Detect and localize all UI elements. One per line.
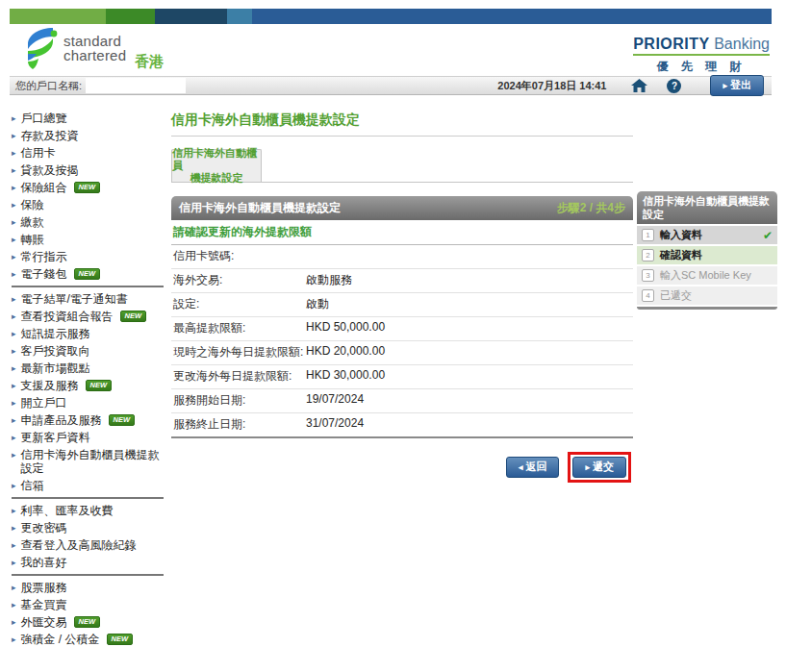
priority-banking-chinese: 優 先 理 財	[633, 59, 770, 75]
sidebar-item-update-info[interactable]: ▸更新客戶資料	[12, 429, 164, 446]
sidebar-item-label: 信用卡海外自動櫃員機提款設定	[21, 448, 164, 475]
back-button[interactable]: ◂返回	[506, 457, 560, 478]
sidebar-item-account-overview[interactable]: ▸戶口總覽	[12, 110, 164, 127]
sidebar-item-change-password[interactable]: ▸更改密碼	[12, 519, 164, 536]
arrow-right-icon: ▸	[723, 81, 727, 90]
step-number: 3	[642, 269, 654, 282]
sidebar-item-label: 貸款及按揭	[21, 163, 79, 177]
sidebar-item-insurance[interactable]: ▸保險	[12, 196, 164, 213]
steps-panel: 信用卡海外自動櫃員機提款設定 1 輸入資料 ✔ 2 確認資料 3 輸入SC Mo…	[637, 191, 777, 310]
account-name-input[interactable]	[86, 78, 186, 93]
bullet-icon: ▸	[12, 615, 16, 629]
row-value: 啟動	[306, 296, 329, 312]
step-label: 已遞交	[660, 288, 692, 303]
sidebar-item-funds[interactable]: ▸基金買賣	[12, 596, 164, 613]
sidebar-item-investment-profile[interactable]: ▸客戶投資取向	[12, 342, 164, 360]
row-value: HKD 30,000.00	[306, 368, 385, 385]
sidebar-item-credit-card[interactable]: ▸信用卡	[12, 144, 164, 162]
step-1-enter-details: 1 輸入資料 ✔	[637, 226, 777, 244]
sidebar-item-deposits-investments[interactable]: ▸存款及投資	[12, 127, 164, 144]
row-label: 現時之海外每日提款限額:	[173, 344, 306, 361]
sidebar-item-market-views[interactable]: ▸最新市場觀點	[12, 360, 164, 377]
row-label: 服務開始日期:	[173, 392, 306, 409]
tab-label-line2: 機提款設定	[190, 172, 243, 185]
sidebar-item-label: 開立戶口	[21, 396, 67, 410]
sidebar-item-portfolio-report[interactable]: ▸查看投資組合報告NEW	[12, 308, 164, 325]
band-segment	[227, 9, 252, 24]
bullet-icon: ▸	[12, 581, 16, 594]
step-number: 4	[642, 289, 654, 302]
sidebar-item-open-account[interactable]: ▸開立戶口	[12, 394, 164, 411]
sidebar-item-estatements[interactable]: ▸電子結單/電子通知書	[12, 290, 164, 308]
detail-row-overseas-transaction: 海外交易:啟動服務	[171, 269, 633, 293]
bullet-icon: ▸	[12, 112, 16, 125]
sidebar-item-fx-trading[interactable]: ▸外匯交易NEW	[12, 613, 164, 631]
logout-label: 登出	[730, 79, 751, 90]
bullet-icon: ▸	[12, 396, 16, 410]
sidebar-item-label: 申請產品及服務	[21, 413, 102, 427]
sidebar-item-standing-instructions[interactable]: ▸常行指示	[12, 248, 164, 265]
bullet-icon: ▸	[12, 538, 16, 552]
step-number: 2	[642, 249, 654, 261]
bullet-icon: ▸	[12, 379, 16, 392]
sidebar-item-securities[interactable]: ▸股票服務	[12, 579, 164, 596]
step-label: 確認資料	[660, 248, 702, 262]
sidebar-item-my-preferences[interactable]: ▸我的喜好	[12, 554, 164, 571]
sidebar-item-label: 繳款	[21, 215, 44, 229]
bullet-icon: ▸	[12, 310, 16, 323]
new-badge: NEW	[74, 616, 101, 628]
sidebar-item-rates-charges[interactable]: ▸利率、匯率及收費	[12, 502, 164, 519]
sidebar-item-mpf[interactable]: ▸強積金 / 公積金NEW	[12, 631, 164, 648]
bullet-icon: ▸	[12, 448, 16, 461]
sidebar-item-login-records[interactable]: ▸查看登入及高風險紀錄	[12, 536, 164, 554]
bullet-icon: ▸	[12, 633, 16, 646]
bullet-icon: ▸	[12, 431, 16, 444]
bullet-icon: ▸	[12, 504, 16, 517]
sidebar-item-transfers[interactable]: ▸轉賬	[12, 231, 164, 248]
steps-panel-title: 信用卡海外自動櫃員機提款設定	[637, 191, 777, 224]
sidebar-item-support-services[interactable]: ▸支援及服務NEW	[12, 377, 164, 394]
banking-text: Banking	[710, 36, 770, 52]
sidebar-item-insurance-portfolio[interactable]: ▸保險組合NEW	[12, 179, 164, 196]
sidebar-item-sms-alert[interactable]: ▸短訊提示服務	[12, 325, 164, 342]
panel-header: 信用卡海外自動櫃員機提款設定 步驟2 / 共4步	[171, 196, 633, 220]
sidebar-item-payments[interactable]: ▸繳款	[12, 213, 164, 231]
logout-button[interactable]: ▸登出	[710, 75, 764, 96]
rows-end-divider	[171, 436, 633, 438]
submit-button[interactable]: ▸遞交	[572, 457, 626, 478]
row-label: 服務終止日期:	[173, 416, 306, 433]
account-name-label: 您的戶口名稱:	[15, 79, 82, 93]
step-label: 輸入資料	[660, 228, 702, 242]
action-buttons: ◂返回 ▸遞交	[171, 452, 633, 483]
home-icon[interactable]	[631, 79, 647, 92]
help-icon[interactable]: ?	[667, 79, 681, 93]
sidebar-item-label: 常行指示	[21, 250, 67, 263]
step-label: 輸入SC Mobile Key	[660, 268, 751, 283]
page-title: 信用卡海外自動櫃員機提款設定	[171, 112, 633, 137]
tab-overseas-atm-setting[interactable]: 信用卡海外自動櫃員 機提款設定	[171, 149, 262, 182]
step-2-confirm-details: 2 確認資料	[637, 246, 777, 264]
priority-banking-logo: PRIORITY Banking 優 先 理 財	[633, 36, 770, 75]
row-value: HKD 20,000.00	[306, 344, 385, 361]
account-bar: 您的戶口名稱: 2024年07月18日 14:41 ? ▸登出	[10, 76, 772, 95]
bullet-icon: ▸	[12, 250, 16, 263]
new-badge: NEW	[107, 634, 134, 645]
sidebar-item-overseas-atm-setting[interactable]: ▸信用卡海外自動櫃員機提款設定	[12, 446, 164, 477]
detail-row-end-date: 服務終止日期:31/07/2024	[171, 413, 633, 437]
sidebar-item-ewallet[interactable]: ▸電子錢包NEW	[12, 265, 164, 283]
new-badge: NEW	[86, 380, 113, 391]
top-color-band	[10, 9, 772, 24]
submit-label: 遞交	[593, 460, 614, 472]
region-label: 香港	[135, 53, 164, 71]
sidebar-item-mailbox[interactable]: ▸信箱	[12, 477, 164, 494]
sidebar-item-label: 信用卡	[21, 146, 56, 160]
sidebar-nav: ▸戶口總覽 ▸存款及投資 ▸信用卡 ▸貸款及按揭 ▸保險組合NEW ▸保險 ▸繳…	[12, 110, 164, 648]
sidebar-item-label: 基金買賣	[21, 598, 67, 611]
sidebar-item-label: 短訊提示服務	[21, 327, 90, 340]
bullet-icon: ▸	[12, 344, 16, 358]
sidebar-item-label: 更改密碼	[21, 521, 67, 535]
bullet-icon: ▸	[12, 413, 16, 427]
sidebar-item-apply-products[interactable]: ▸申請產品及服務NEW	[12, 411, 164, 429]
sidebar-item-loans-mortgages[interactable]: ▸貸款及按揭	[12, 162, 164, 179]
sidebar-item-label: 保險組合	[21, 181, 67, 194]
